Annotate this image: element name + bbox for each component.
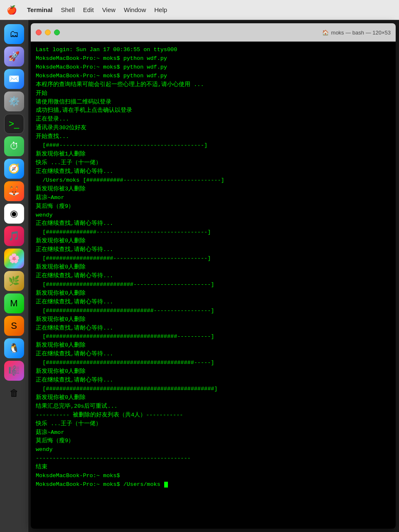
dock-icon-mail[interactable]: ✉️: [4, 69, 24, 89]
terminal-line: 快乐 ...王子（十一佬）: [36, 159, 391, 167]
home-icon: 🏠: [322, 30, 329, 36]
terminal-line: 正在继续查找,请耐心等待...: [36, 272, 391, 281]
terminal-line: 开始查找...: [36, 133, 391, 141]
terminal-line: wendy: [36, 446, 391, 454]
dock-icon-productivity[interactable]: 🌿: [4, 271, 24, 291]
dock-icon-sublime[interactable]: S: [4, 316, 24, 336]
terminal-line: [#######################################…: [36, 385, 391, 394]
terminal-line: 结果汇总完毕,20s后可重试...: [36, 402, 391, 411]
terminal-line: 菇凉~Amor: [36, 194, 391, 202]
terminal-line: MoksdeMacBook-Pro:~ moks$ python wdf.py: [36, 54, 391, 63]
menubar: 🍎 Terminal Shell Edit View Window Help: [0, 0, 399, 20]
terminal-line: [#######################################…: [36, 359, 391, 367]
terminal-line: ----------------------------------------…: [36, 454, 391, 463]
desktop: 🗂🚀✉️⚙️>_⏱🧭🦊◉🎵🌸🌿MS🐧🎼🗑 🏠 moks — bash — 120…: [0, 20, 399, 532]
terminal-line: 正在继续查找,请耐心等待...: [36, 350, 391, 359]
close-button[interactable]: [36, 30, 42, 35]
terminal-title-text: moks — bash — 120×53: [331, 30, 391, 36]
terminal-line: 新发现你被0人删除: [36, 341, 391, 350]
terminal-line: 莫后悔（瘦9）: [36, 202, 391, 211]
minimize-button[interactable]: [45, 30, 51, 35]
dock-icon-firefox[interactable]: 🦊: [4, 181, 24, 201]
dock-icon-chrome[interactable]: ◉: [4, 204, 24, 224]
dock-icon-launchpad[interactable]: 🚀: [4, 47, 24, 66]
dock-icon-finder[interactable]: 🗂: [4, 24, 24, 44]
terminal-line: [#######################################…: [36, 332, 391, 341]
terminal-line: /Users/moks [###########----------------…: [36, 176, 391, 185]
dock-icon-music[interactable]: 🎵: [4, 226, 24, 246]
dock-icon-system-preferences[interactable]: ⚙️: [4, 91, 24, 111]
terminal-line: ---------- 被删除的好友列表（共4人）-----------: [36, 411, 391, 420]
menu-shell[interactable]: Shell: [61, 6, 74, 13]
dock-icon-trash[interactable]: 🗑: [4, 383, 24, 403]
terminal-title: 🏠 moks — bash — 120×53: [322, 30, 391, 36]
dock-icon-time-machine[interactable]: ⏱: [4, 136, 24, 156]
menu-help[interactable]: Help: [154, 6, 167, 13]
terminal-line: 菇凉~Amor: [36, 429, 391, 437]
terminal-line: 新发现你被0人删除: [36, 315, 391, 324]
terminal-line: 结束: [36, 463, 391, 472]
dock-icon-messages[interactable]: M: [4, 293, 24, 313]
terminal-body[interactable]: Last login: Sun Jan 17 00:36:55 on ttys0…: [31, 42, 396, 529]
terminal-line: [##########################-------------…: [36, 281, 391, 289]
terminal-line: 新发现你被3人删除: [36, 185, 391, 194]
terminal-line: [###############------------------------…: [36, 228, 391, 237]
dock-icon-qq[interactable]: 🐧: [4, 338, 24, 358]
terminal-line: wendy: [36, 211, 391, 220]
terminal-titlebar: 🏠 moks — bash — 120×53: [31, 23, 396, 42]
terminal-line: 开始: [36, 89, 391, 98]
maximize-button[interactable]: [54, 30, 60, 35]
menu-view[interactable]: View: [102, 6, 116, 13]
terminal-line: 新发现你被0人删除: [36, 263, 391, 272]
dock-icon-photos[interactable]: 🌸: [4, 249, 24, 268]
terminal-line: MoksdeMacBook-Pro:~ moks$ python wdf.py: [36, 63, 391, 72]
terminal-line: 新发现你被0人删除: [36, 237, 391, 246]
dock-icon-terminal[interactable]: >_: [4, 114, 24, 134]
terminal-line: 成功扫描,请在手机上点击确认以登录: [36, 106, 391, 115]
terminal-line: 正在继续查找,请耐心等待...: [36, 167, 391, 176]
terminal-line: 正在继续查找,请耐心等待...: [36, 219, 391, 228]
terminal-line: MoksdeMacBook-Pro:~ moks$ python wdf.py: [36, 72, 391, 81]
terminal-cursor: [164, 482, 168, 488]
terminal-line: MoksdeMacBook-Pro:~ moks$ /Users/moks: [36, 480, 391, 489]
dock: 🗂🚀✉️⚙️>_⏱🧭🦊◉🎵🌸🌿MS🐧🎼🗑: [0, 20, 28, 532]
terminal-line: 通讯录共302位好友: [36, 124, 391, 133]
dock-icon-itunes[interactable]: 🎼: [4, 361, 24, 381]
terminal-line: 莫后悔（瘦9）: [36, 437, 391, 446]
terminal-line: 新发现你被1人删除: [36, 150, 391, 159]
menu-window[interactable]: Window: [124, 6, 146, 13]
terminal-line: 正在继续查找,请耐心等待...: [36, 324, 391, 333]
terminal-line: 正在继续查找,请耐心等待...: [36, 246, 391, 254]
terminal-line: 正在继续查找,请耐心等待...: [36, 298, 391, 307]
terminal-line: [####-----------------------------------…: [36, 141, 391, 150]
terminal-line: 新发现你被0人删除: [36, 367, 391, 376]
terminal-line: [####################-------------------…: [36, 254, 391, 263]
terminal-line: 正在继续查找,请耐心等待...: [36, 376, 391, 385]
terminal-line: 新发现你被0人删除: [36, 289, 391, 298]
terminal-line: 快乐 ...王子（十一佬）: [36, 420, 391, 429]
menu-terminal[interactable]: Terminal: [27, 6, 52, 13]
terminal-line: 正在登录...: [36, 115, 391, 124]
dock-icon-safari[interactable]: 🧭: [4, 159, 24, 179]
terminal-line: Last login: Sun Jan 17 00:36:55 on ttys0…: [36, 46, 391, 54]
terminal-line: 新发现你被0人删除: [36, 394, 391, 402]
terminal-line: MoksdeMacBook-Pro:~ moks$: [36, 472, 391, 480]
terminal-window: 🏠 moks — bash — 120×53 Last login: Sun J…: [31, 23, 396, 529]
terminal-line: 本程序的查询结果可能会引起一些心理上的不适,请小心使用 ...: [36, 81, 391, 89]
menu-edit[interactable]: Edit: [83, 6, 94, 13]
apple-menu[interactable]: 🍎: [7, 5, 17, 15]
terminal-line: [################################-------…: [36, 307, 391, 315]
terminal-line: 请使用微信扫描二维码以登录: [36, 98, 391, 107]
